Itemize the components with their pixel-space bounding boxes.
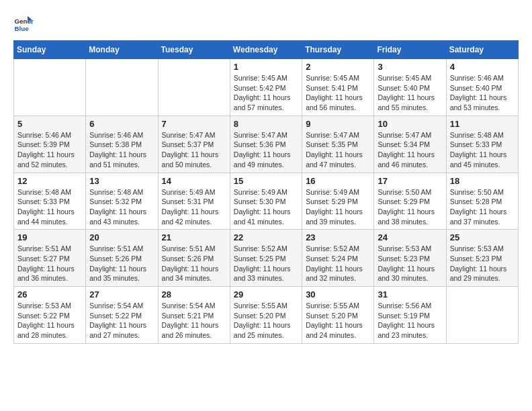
- day-info: Sunrise: 5:45 AMSunset: 5:41 PMDaylight:…: [306, 73, 370, 113]
- day-number: 26: [17, 289, 82, 300]
- calendar-cell: 30Sunrise: 5:55 AMSunset: 5:20 PMDayligh…: [302, 287, 374, 344]
- calendar-cell: [158, 59, 230, 116]
- day-info: Sunrise: 5:47 AMSunset: 5:34 PMDaylight:…: [378, 130, 442, 170]
- day-info: Sunrise: 5:53 AMSunset: 5:23 PMDaylight:…: [450, 244, 515, 283]
- calendar-cell: 4Sunrise: 5:46 AMSunset: 5:40 PMDaylight…: [446, 59, 518, 116]
- day-number: 20: [89, 232, 154, 242]
- calendar-cell: 7Sunrise: 5:47 AMSunset: 5:37 PMDaylight…: [158, 116, 230, 173]
- day-info: Sunrise: 5:54 AMSunset: 5:22 PMDaylight:…: [89, 301, 154, 340]
- calendar-cell: [86, 59, 158, 116]
- day-info: Sunrise: 5:48 AMSunset: 5:33 PMDaylight:…: [17, 187, 82, 227]
- day-number: 5: [17, 119, 82, 129]
- calendar-cell: [14, 59, 86, 116]
- day-info: Sunrise: 5:46 AMSunset: 5:40 PMDaylight:…: [450, 73, 515, 113]
- calendar-cell: 17Sunrise: 5:50 AMSunset: 5:29 PMDayligh…: [374, 173, 446, 230]
- calendar-cell: 2Sunrise: 5:45 AMSunset: 5:41 PMDaylight…: [302, 59, 374, 116]
- calendar-cell: 24Sunrise: 5:53 AMSunset: 5:23 PMDayligh…: [374, 230, 446, 287]
- day-number: 8: [234, 119, 298, 129]
- day-info: Sunrise: 5:52 AMSunset: 5:24 PMDaylight:…: [306, 244, 370, 283]
- calendar-week-row: 26Sunrise: 5:53 AMSunset: 5:22 PMDayligh…: [14, 287, 519, 344]
- day-number: 16: [306, 176, 370, 186]
- day-number: 15: [234, 176, 298, 186]
- day-number: 28: [162, 289, 226, 300]
- day-number: 19: [17, 232, 82, 242]
- day-info: Sunrise: 5:56 AMSunset: 5:19 PMDaylight:…: [378, 301, 442, 340]
- calendar-cell: 23Sunrise: 5:52 AMSunset: 5:24 PMDayligh…: [302, 230, 374, 287]
- calendar-header: SundayMondayTuesdayWednesdayThursdayFrid…: [14, 41, 519, 59]
- day-info: Sunrise: 5:46 AMSunset: 5:38 PMDaylight:…: [89, 130, 154, 170]
- weekday-header: Monday: [86, 41, 158, 59]
- calendar-table: SundayMondayTuesdayWednesdayThursdayFrid…: [13, 40, 519, 344]
- day-number: 24: [378, 232, 442, 242]
- day-number: 25: [450, 232, 515, 242]
- day-number: 12: [17, 176, 82, 186]
- day-info: Sunrise: 5:55 AMSunset: 5:20 PMDaylight:…: [306, 301, 370, 340]
- day-number: 10: [378, 119, 442, 129]
- day-info: Sunrise: 5:51 AMSunset: 5:26 PMDaylight:…: [162, 244, 226, 283]
- calendar-cell: 13Sunrise: 5:48 AMSunset: 5:32 PMDayligh…: [86, 173, 158, 230]
- calendar-cell: 31Sunrise: 5:56 AMSunset: 5:19 PMDayligh…: [374, 287, 446, 344]
- day-info: Sunrise: 5:45 AMSunset: 5:42 PMDaylight:…: [234, 73, 298, 113]
- calendar-cell: 8Sunrise: 5:47 AMSunset: 5:36 PMDaylight…: [230, 116, 302, 173]
- day-info: Sunrise: 5:54 AMSunset: 5:21 PMDaylight:…: [162, 301, 226, 340]
- calendar-cell: 16Sunrise: 5:49 AMSunset: 5:29 PMDayligh…: [302, 173, 374, 230]
- day-number: 22: [234, 232, 298, 242]
- day-info: Sunrise: 5:51 AMSunset: 5:26 PMDaylight:…: [89, 244, 154, 283]
- day-number: 13: [89, 176, 154, 186]
- day-info: Sunrise: 5:48 AMSunset: 5:33 PMDaylight:…: [450, 130, 515, 170]
- calendar-cell: 14Sunrise: 5:49 AMSunset: 5:31 PMDayligh…: [158, 173, 230, 230]
- day-number: 9: [306, 119, 370, 129]
- calendar-cell: 6Sunrise: 5:46 AMSunset: 5:38 PMDaylight…: [86, 116, 158, 173]
- day-info: Sunrise: 5:52 AMSunset: 5:25 PMDaylight:…: [234, 244, 298, 283]
- day-number: 2: [306, 62, 370, 72]
- page-header: General Blue: [13, 13, 519, 34]
- day-number: 18: [450, 176, 515, 186]
- day-info: Sunrise: 5:50 AMSunset: 5:28 PMDaylight:…: [450, 187, 515, 227]
- day-info: Sunrise: 5:47 AMSunset: 5:36 PMDaylight:…: [234, 130, 298, 170]
- day-number: 21: [162, 232, 226, 242]
- calendar-cell: 22Sunrise: 5:52 AMSunset: 5:25 PMDayligh…: [230, 230, 302, 287]
- calendar-cell: 9Sunrise: 5:47 AMSunset: 5:35 PMDaylight…: [302, 116, 374, 173]
- day-number: 11: [450, 119, 515, 129]
- day-number: 7: [162, 119, 226, 129]
- weekday-header: Thursday: [302, 41, 374, 59]
- day-number: 3: [378, 62, 442, 72]
- calendar-body: 1Sunrise: 5:45 AMSunset: 5:42 PMDaylight…: [14, 59, 519, 344]
- calendar-cell: 20Sunrise: 5:51 AMSunset: 5:26 PMDayligh…: [86, 230, 158, 287]
- calendar-cell: 18Sunrise: 5:50 AMSunset: 5:28 PMDayligh…: [446, 173, 518, 230]
- svg-text:Blue: Blue: [15, 25, 30, 32]
- calendar-cell: 3Sunrise: 5:45 AMSunset: 5:40 PMDaylight…: [374, 59, 446, 116]
- day-number: 4: [450, 62, 515, 72]
- logo-icon: General Blue: [13, 13, 34, 34]
- day-info: Sunrise: 5:53 AMSunset: 5:22 PMDaylight:…: [17, 301, 82, 340]
- day-number: 29: [234, 289, 298, 300]
- calendar-week-row: 1Sunrise: 5:45 AMSunset: 5:42 PMDaylight…: [14, 59, 519, 116]
- calendar-cell: 15Sunrise: 5:49 AMSunset: 5:30 PMDayligh…: [230, 173, 302, 230]
- calendar-cell: 12Sunrise: 5:48 AMSunset: 5:33 PMDayligh…: [14, 173, 86, 230]
- calendar-week-row: 5Sunrise: 5:46 AMSunset: 5:39 PMDaylight…: [14, 116, 519, 173]
- day-info: Sunrise: 5:49 AMSunset: 5:29 PMDaylight:…: [306, 187, 370, 227]
- day-number: 23: [306, 232, 370, 242]
- weekday-header: Saturday: [446, 41, 518, 59]
- calendar-cell: 27Sunrise: 5:54 AMSunset: 5:22 PMDayligh…: [86, 287, 158, 344]
- day-info: Sunrise: 5:50 AMSunset: 5:29 PMDaylight:…: [378, 187, 442, 227]
- logo: General Blue: [13, 13, 36, 34]
- calendar-cell: 5Sunrise: 5:46 AMSunset: 5:39 PMDaylight…: [14, 116, 86, 173]
- day-number: 31: [378, 289, 442, 300]
- weekday-header: Friday: [374, 41, 446, 59]
- weekday-header: Tuesday: [158, 41, 230, 59]
- calendar-cell: [446, 287, 518, 344]
- day-info: Sunrise: 5:45 AMSunset: 5:40 PMDaylight:…: [378, 73, 442, 113]
- calendar-cell: 1Sunrise: 5:45 AMSunset: 5:42 PMDaylight…: [230, 59, 302, 116]
- day-info: Sunrise: 5:51 AMSunset: 5:27 PMDaylight:…: [17, 244, 82, 283]
- day-info: Sunrise: 5:48 AMSunset: 5:32 PMDaylight:…: [89, 187, 154, 227]
- day-info: Sunrise: 5:53 AMSunset: 5:23 PMDaylight:…: [378, 244, 442, 283]
- weekday-header: Wednesday: [230, 41, 302, 59]
- day-number: 17: [378, 176, 442, 186]
- day-number: 27: [89, 289, 154, 300]
- day-number: 1: [234, 62, 298, 72]
- day-info: Sunrise: 5:49 AMSunset: 5:31 PMDaylight:…: [162, 187, 226, 227]
- calendar-cell: 21Sunrise: 5:51 AMSunset: 5:26 PMDayligh…: [158, 230, 230, 287]
- day-info: Sunrise: 5:47 AMSunset: 5:37 PMDaylight:…: [162, 130, 226, 170]
- day-number: 14: [162, 176, 226, 186]
